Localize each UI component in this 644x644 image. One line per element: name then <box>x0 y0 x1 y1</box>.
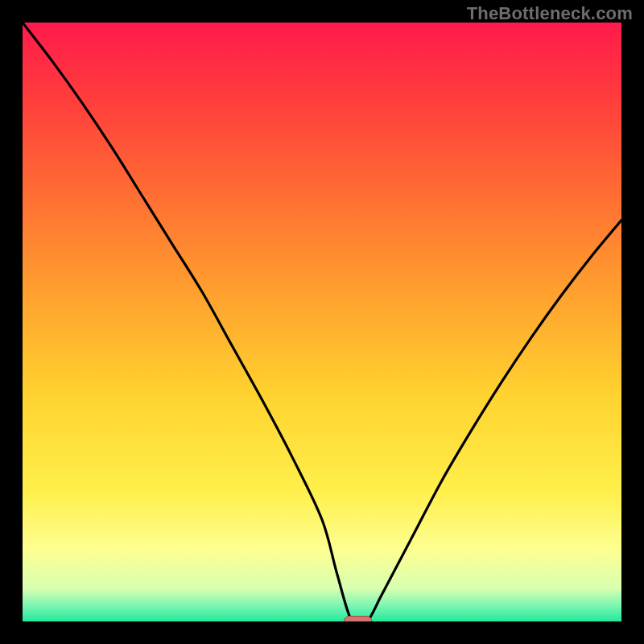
chart-frame: TheBottleneck.com <box>0 0 644 644</box>
optimal-marker <box>345 617 372 622</box>
attribution-label: TheBottleneck.com <box>467 3 633 24</box>
plot-background <box>23 23 621 621</box>
bottleneck-chart <box>23 23 621 621</box>
